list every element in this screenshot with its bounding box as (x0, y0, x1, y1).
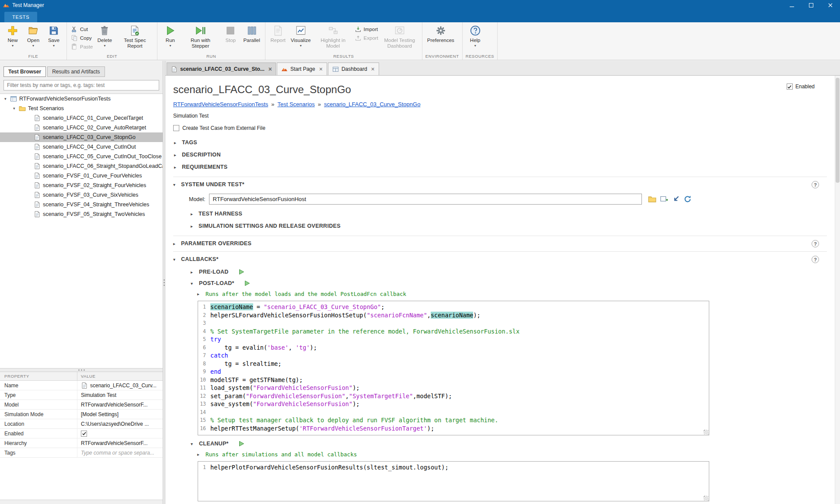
expand-arrow-icon[interactable]: ▾ (13, 106, 19, 111)
expand-arrow-icon[interactable] (197, 452, 202, 457)
section-header-callbacks[interactable]: CALLBACKS* (173, 255, 827, 264)
document-tab-start-page[interactable]: Start Page (277, 63, 327, 75)
property-value[interactable]: Simulation Test (77, 390, 163, 400)
cut-button[interactable]: Cut (71, 26, 93, 33)
expand-arrow-icon[interactable] (174, 140, 179, 145)
visualize-button[interactable]: Visualize▾ (289, 23, 313, 48)
breadcrumb-link[interactable]: RTForwardVehicleSensorFusionTests (173, 101, 268, 108)
close-tab-icon[interactable] (371, 66, 375, 72)
maximize-icon[interactable] (802, 0, 821, 10)
property-value[interactable]: [Model Settings] (77, 410, 163, 419)
dropdown-caret-icon[interactable]: ▾ (104, 44, 105, 48)
help-icon[interactable] (812, 181, 819, 188)
open-model-folder-icon[interactable] (648, 195, 656, 203)
expand-arrow-icon[interactable] (191, 224, 195, 229)
section-header-test-harness[interactable]: TEST HARNESS (191, 208, 827, 220)
section-header-cleanup[interactable]: CLEANUP* (191, 441, 827, 447)
model-input[interactable] (209, 194, 642, 205)
breadcrumb-link[interactable]: Test Scenarios (277, 101, 314, 108)
enabled-checkbox[interactable]: Enabled (787, 83, 815, 90)
use-current-model-icon[interactable] (672, 195, 680, 203)
property-value[interactable]: RTForwardVehicleSensorF... (77, 438, 163, 448)
import-button[interactable]: Import (355, 26, 378, 33)
tree-item[interactable]: scenario_LFACC_04_Curve_CutInOut (0, 142, 163, 152)
property-value[interactable]: C:\Users\azsyed\OneDrive ... (77, 419, 163, 428)
create-harness-icon[interactable] (660, 195, 668, 203)
tree-item[interactable]: scenario_LFACC_02_Curve_AutoRetarget (0, 123, 163, 132)
new-button[interactable]: New▾ (3, 23, 22, 48)
tree-item[interactable]: ▾Test Scenarios (0, 104, 163, 113)
tree-item[interactable]: scenario_FVSF_02_Straight_FourVehicles (0, 181, 163, 190)
tree-item[interactable]: scenario_FVSF_03_Curve_SixVehicles (0, 190, 163, 200)
property-value[interactable]: RTForwardVehicleSensorF... (77, 400, 163, 409)
document-tab-scenario-lfacc-03-curve-sto[interactable]: scenario_LFACC_03_Curve_Sto... (167, 63, 276, 75)
section-header-system-under-test[interactable]: SYSTEM UNDER TEST* (173, 180, 827, 189)
dropdown-caret-icon[interactable]: ▾ (32, 44, 34, 48)
dropdown-caret-icon[interactable]: ▾ (169, 44, 171, 48)
expand-arrow-icon[interactable]: ▾ (4, 97, 10, 101)
run-preload-button[interactable] (238, 269, 244, 275)
collapse-arrow-icon[interactable] (173, 257, 178, 262)
delete-button[interactable]: Delete▾ (95, 23, 114, 48)
help-button[interactable]: Help▾ (466, 23, 485, 48)
sidebar-tab-test-browser[interactable]: Test Browser (3, 66, 46, 77)
tree-item[interactable]: scenario_FVSF_04_Straight_ThreeVehicles (0, 200, 163, 209)
close-icon[interactable] (821, 0, 840, 10)
horizontal-splitter[interactable] (0, 368, 163, 372)
run-button[interactable]: Run▾ (160, 23, 180, 48)
close-tab-icon[interactable] (268, 66, 272, 72)
section-header-requirements[interactable]: REQUIREMENTS (173, 161, 827, 173)
preferences-button[interactable]: Preferences (425, 23, 456, 43)
copy-button[interactable]: Copy (71, 35, 93, 42)
property-value[interactable]: Type comma or space separa... (77, 448, 163, 457)
dropdown-caret-icon[interactable]: ▾ (300, 44, 302, 48)
postload-code-editor[interactable]: 1scenarioName = "scenario_LFACC_03_Curve… (198, 301, 709, 435)
expand-arrow-icon[interactable] (191, 270, 195, 275)
section-header-description[interactable]: DESCRIPTION (173, 149, 827, 161)
tree-item[interactable]: ▾RTForwardVehicleSensorFusionTests (0, 94, 163, 104)
checkbox-checked-icon[interactable] (81, 431, 87, 437)
section-header-parameter-overrides[interactable]: PARAMETER OVERRIDES (173, 239, 827, 248)
cleanup-code-editor[interactable]: 1helperPlotForwardVehicleSensorFusionRes… (198, 461, 709, 501)
dropdown-caret-icon[interactable]: ▾ (53, 44, 55, 48)
document-tab-dashboard[interactable]: Dashboard (328, 63, 379, 75)
external-file-checkbox[interactable]: Create Test Case from External File (173, 125, 827, 131)
scrollbar-thumb[interactable] (836, 78, 840, 183)
property-value[interactable] (77, 429, 163, 438)
test-spec-report-button[interactable]: Test Spec Report (115, 23, 154, 49)
tree-item[interactable]: scenario_FVSF_05_Straight_TwoVehicles (0, 209, 163, 219)
help-icon[interactable] (812, 240, 819, 247)
help-icon[interactable] (812, 256, 819, 263)
tab-tests[interactable]: TESTS (4, 12, 37, 22)
tree-item[interactable]: scenario_LFACC_05_Curve_CutInOut_TooClos… (0, 152, 163, 161)
expand-arrow-icon[interactable] (173, 241, 178, 246)
tree-item[interactable]: scenario_FVSF_01_Curve_FourVehicles (0, 171, 163, 181)
run-with-stepper-button[interactable]: Run with Stepper (181, 23, 220, 49)
run-cleanup-button[interactable] (238, 441, 244, 447)
parallel-button[interactable]: Parallel (241, 23, 261, 43)
tree-item[interactable]: scenario_LFACC_01_Curve_DecelTarget (0, 113, 163, 123)
run-postload-button[interactable] (244, 280, 250, 286)
collapse-arrow-icon[interactable] (173, 182, 178, 187)
expand-arrow-icon[interactable] (191, 212, 195, 216)
section-header-pre-load[interactable]: PRE-LOAD (191, 269, 827, 275)
expand-arrow-icon[interactable] (174, 153, 179, 157)
open-button[interactable]: Open▾ (24, 23, 43, 48)
resize-grip-icon[interactable] (704, 496, 708, 501)
resize-grip-icon[interactable] (704, 430, 708, 434)
section-header-post-load[interactable]: POST-LOAD* (191, 280, 827, 286)
close-tab-icon[interactable] (319, 66, 323, 72)
expand-arrow-icon[interactable] (197, 292, 202, 296)
section-header-simulation-settings-and-release-overrides[interactable]: SIMULATION SETTINGS AND RELEASE OVERRIDE… (191, 220, 827, 232)
refresh-model-icon[interactable] (683, 195, 692, 203)
collapse-arrow-icon[interactable] (191, 441, 195, 446)
sidebar-tab-results-and-artifacts[interactable]: Results and Artifacts (47, 66, 105, 77)
dropdown-caret-icon[interactable]: ▾ (12, 44, 14, 48)
tree-item[interactable]: scenario_LFACC_06_Straight_StopandGoLead… (0, 161, 163, 171)
section-header-tags[interactable]: TAGS (173, 136, 827, 149)
collapse-arrow-icon[interactable] (191, 281, 195, 286)
filter-input[interactable] (3, 80, 159, 90)
property-value[interactable]: scenario_LFACC_03_Curv... (77, 381, 163, 390)
save-button[interactable]: Save▾ (44, 23, 63, 48)
breadcrumb-link[interactable]: scenario_LFACC_03_Curve_StopnGo (324, 101, 420, 108)
